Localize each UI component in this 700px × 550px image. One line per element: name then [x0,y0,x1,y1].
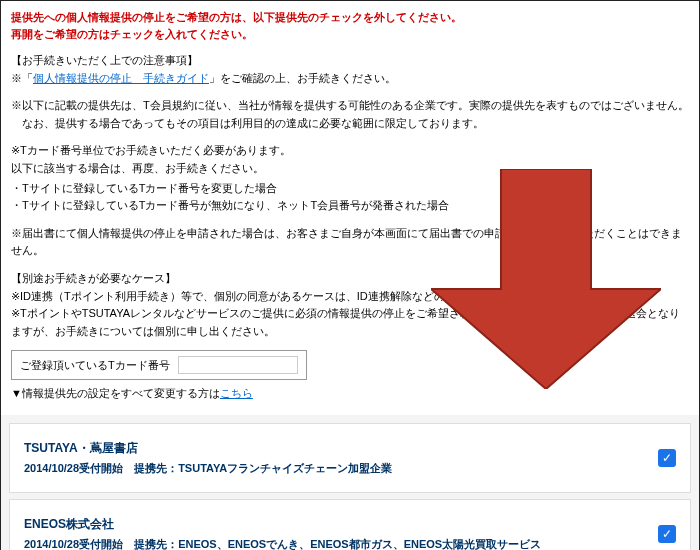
list-item: TSUTAYA・蔦屋書店 2014/10/28受付開始 提携先：TSUTAYAフ… [9,423,691,493]
list-item: ENEOS株式会社 2014/10/28受付開始 提携先：ENEOS、ENEOS… [9,499,691,550]
card-number-box: ご登録頂いているTカード番号 [11,350,307,380]
warning-text: 提供先への個人情報提供の停止をご希望の方は、以下提供先のチェックを外してください… [11,9,689,42]
card-number-label: ご登録頂いているTカード番号 [20,358,170,373]
company-detail: 提携先：TSUTAYAフランチャイズチェーン加盟企業 [134,462,392,474]
submitted-note: ※届出書にて個人情報提供の停止を申請された場合は、お客さまご自身が本画面にて届出… [11,225,689,260]
check-icon: ✓ [662,451,672,465]
card-number-input[interactable] [178,356,298,374]
toggle-all-line: ▼情報提供先の設定をすべて変更する方はこちら [11,386,689,401]
company-name: TSUTAYA・蔦屋書店 [24,440,658,457]
company-date: 2014/10/28受付開始 [24,538,123,550]
special-section: 【別途お手続きが必要なケース】 ※ID連携（Tポイント利用手続き）等で、個別の同… [11,270,689,340]
check-icon: ✓ [662,527,672,541]
cardnote-section: ※Tカード番号単位でお手続きいただく必要があります。 以下に該当する場合は、再度… [11,142,689,214]
company-name: ENEOS株式会社 [24,516,658,533]
company-date: 2014/10/28受付開始 [24,462,123,474]
company-checkbox[interactable]: ✓ [658,525,676,543]
company-checkbox[interactable]: ✓ [658,449,676,467]
company-list: TSUTAYA・蔦屋書店 2014/10/28受付開始 提携先：TSUTAYAフ… [1,415,699,550]
disclaimer-section: ※以下に記載の提供先は、T会員規約に従い、当社が情報を提供する可能性のある企業で… [11,97,689,132]
notice-section: 【お手続きいただく上での注意事項】 ※「個人情報提供の停止 手続きガイド」をご確… [11,52,689,87]
guide-link[interactable]: 個人情報提供の停止 手続きガイド [33,72,209,84]
toggle-all-link[interactable]: こちら [220,387,253,399]
company-detail: 提携先：ENEOS、ENEOSでんき、ENEOS都市ガス、ENEOS太陽光買取サ… [134,538,541,550]
